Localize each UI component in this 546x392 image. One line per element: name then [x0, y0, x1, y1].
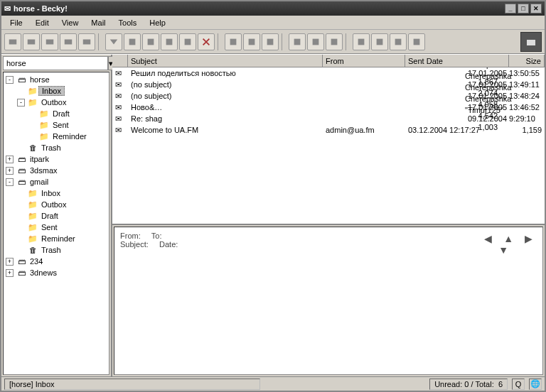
menu-help[interactable]: Help: [144, 17, 171, 28]
toolbar-button-15[interactable]: [307, 33, 324, 50]
folder-icon: 📁: [27, 222, 38, 232]
tree-node-sent[interactable]: 📁Sent: [4, 222, 109, 233]
tree-node-trash[interactable]: 🗑Trash: [4, 142, 109, 153]
app-icon: ✉: [4, 4, 11, 13]
col-from[interactable]: From: [323, 55, 405, 67]
status-icon-2[interactable]: 🌐: [529, 379, 542, 390]
tree-node-draft[interactable]: 📁Draft: [4, 108, 109, 119]
expand-toggle[interactable]: -: [17, 99, 25, 107]
toolbar-button-14[interactable]: [289, 33, 306, 50]
tree-node-draft[interactable]: 📁Draft: [4, 210, 109, 222]
toolbar-button-7[interactable]: [124, 33, 141, 50]
toolbar-button-3[interactable]: [41, 33, 58, 50]
menu-file[interactable]: File: [4, 17, 28, 28]
tree-node-trash[interactable]: 🗑Trash: [4, 244, 109, 256]
expand-toggle[interactable]: +: [6, 258, 14, 266]
list-header[interactable]: Subject From Sent Date Size: [112, 55, 545, 67]
tree-node-itpark[interactable]: +🗃itpark: [4, 153, 109, 165]
toolbar-button-18[interactable]: [371, 33, 388, 50]
tree-label: horse: [27, 75, 53, 84]
account-combo[interactable]: ▾: [3, 56, 109, 70]
toolbar-button-17[interactable]: [353, 33, 370, 50]
tree-label: itpark: [27, 155, 52, 163]
tree-node-sent[interactable]: 📁Sent: [4, 119, 109, 131]
toolbar-button-10[interactable]: [179, 33, 196, 50]
tree-node-horse[interactable]: -🗃horse: [4, 74, 109, 85]
cell-subject: Решил поделиться новостью: [128, 69, 462, 77]
tree-label: Sent: [50, 121, 72, 129]
tree-node-inbox[interactable]: 📁Inbox: [4, 187, 109, 199]
toolbar-separator: [346, 33, 350, 50]
close-button[interactable]: ✕: [530, 4, 542, 13]
toolbar-button-9[interactable]: [161, 33, 178, 50]
status-path: [horse] Inbox: [4, 379, 260, 390]
toolbar-corner-button[interactable]: [520, 32, 542, 52]
tree-label: 3dsmax: [27, 166, 60, 175]
folder-icon: 📁: [27, 200, 38, 209]
toolbar-delete[interactable]: [198, 33, 215, 50]
tree-label: gmail: [27, 178, 51, 186]
tree-label: 3dnews: [27, 268, 60, 277]
toolbar-button-11[interactable]: [225, 33, 242, 50]
folder-icon: 📁: [38, 109, 50, 119]
account-combo-input[interactable]: [3, 56, 108, 70]
col-date[interactable]: Sent Date: [405, 55, 509, 67]
cell-subject: (no subject): [128, 92, 462, 100]
tree-node-reminder[interactable]: 📁Reminder: [4, 131, 109, 142]
tree-node-3dnews[interactable]: +🗃3dnews: [4, 267, 109, 278]
tree-node-3dsmax[interactable]: +🗃3dsmax: [4, 165, 109, 176]
message-row[interactable]: ✉Welcome to UA.FMadmin@ua.fm03.12.2004 1…: [112, 124, 545, 136]
menu-tools[interactable]: Tools: [113, 17, 143, 28]
svg-rect-13: [294, 38, 301, 45]
tree-node-inbox[interactable]: 📁Inbox: [4, 85, 109, 97]
expand-toggle[interactable]: +: [6, 269, 14, 277]
tree-node-234[interactable]: +🗃234: [4, 256, 109, 267]
preview-to-label: To:: [151, 232, 162, 240]
expand-toggle[interactable]: +: [6, 156, 14, 163]
col-subject[interactable]: Subject: [128, 55, 323, 67]
menu-mail[interactable]: Mail: [85, 17, 111, 28]
titlebar[interactable]: ✉ horse - Becky! _ □ ✕: [1, 1, 545, 16]
svg-rect-3: [65, 39, 73, 44]
svg-rect-6: [129, 38, 136, 45]
folder-icon: 📁: [38, 131, 50, 141]
toolbar-button-2[interactable]: [23, 33, 40, 50]
toolbar-button-13[interactable]: [262, 33, 279, 50]
tree-label: Trash: [38, 143, 64, 152]
statusbar: [horse] Inbox Unread: 0 / Total: 6 Q 🌐: [1, 376, 545, 391]
minimize-button[interactable]: _: [505, 4, 516, 13]
envelope-icon: ✉: [112, 103, 128, 112]
toolbar-button-6[interactable]: [105, 33, 122, 50]
tree-node-reminder[interactable]: 📁Reminder: [4, 233, 109, 244]
menu-view[interactable]: View: [56, 17, 85, 28]
message-list[interactable]: ✉Решил поделиться новостьюCherepashka 17…: [112, 67, 545, 224]
toolbar-button-1[interactable]: [4, 33, 21, 50]
trash-icon: 🗑: [27, 143, 38, 153]
box-icon: 🗃: [16, 165, 27, 175]
toolbar-button-4[interactable]: [60, 33, 77, 50]
maximize-button[interactable]: □: [518, 4, 529, 13]
toolbar-button-8[interactable]: [142, 33, 159, 50]
toolbar-button-16[interactable]: [326, 33, 343, 50]
expand-toggle[interactable]: -: [6, 76, 14, 84]
toolbar-button-20[interactable]: [408, 33, 425, 50]
expand-toggle[interactable]: +: [6, 167, 14, 175]
tree-node-outbox[interactable]: -📁Outbox: [4, 97, 109, 108]
toolbar-button-5[interactable]: [78, 33, 95, 50]
message-row[interactable]: ✉Re: shag"Timur125" 09.12.2004 9:29:101,…: [112, 113, 545, 124]
status-icon-1[interactable]: Q: [512, 379, 525, 390]
col-size[interactable]: Size: [509, 55, 545, 67]
col-icon[interactable]: [112, 55, 128, 67]
menu-edit[interactable]: Edit: [30, 17, 55, 28]
tree-label: Outbox: [38, 200, 69, 209]
tree-node-gmail[interactable]: -🗃gmail: [4, 176, 109, 187]
toolbar-button-19[interactable]: [390, 33, 407, 50]
folder-tree[interactable]: -🗃horse📁Inbox-📁Outbox📁Draft📁Sent📁Reminde…: [3, 72, 109, 375]
status-counts: Unread: 0 / Total: 6: [429, 379, 508, 390]
preview-subject-label: Subject:: [120, 240, 149, 249]
tree-node-outbox[interactable]: 📁Outbox: [4, 199, 109, 210]
toolbar-button-12[interactable]: [243, 33, 260, 50]
envelope-icon: ✉: [112, 114, 128, 124]
preview-nav-arrows[interactable]: ◀ ▲ ▶ ▼: [484, 233, 537, 256]
expand-toggle[interactable]: -: [6, 178, 14, 186]
